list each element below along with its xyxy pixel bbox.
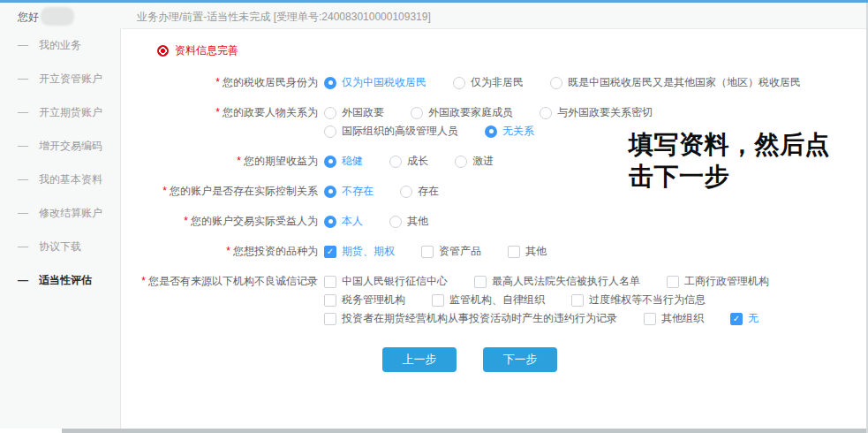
option-line: 不存在存在	[324, 182, 465, 201]
option-radio[interactable]: 仅为非居民	[453, 75, 524, 90]
option-checkbox[interactable]: 资管产品	[421, 244, 481, 259]
radio-checked-icon[interactable]	[324, 186, 336, 198]
checkbox-unchecked-icon[interactable]	[644, 313, 656, 325]
sidebar-item[interactable]: —我的基本资料	[0, 163, 120, 196]
checkbox-unchecked-icon[interactable]	[474, 276, 487, 288]
checkbox-unchecked-icon[interactable]	[508, 246, 520, 258]
radio-unchecked-icon[interactable]	[389, 216, 402, 228]
sidebar-item[interactable]: —修改结算账户	[0, 196, 120, 230]
option-checkbox[interactable]: 中国人民银行征信中心	[324, 274, 448, 289]
radio-unchecked-icon[interactable]	[400, 186, 412, 198]
horizontal-scrollbar[interactable]	[62, 429, 868, 433]
option-radio[interactable]: 仅为中国税收居民	[324, 75, 426, 90]
radio-checked-icon[interactable]	[324, 216, 336, 228]
option-radio[interactable]: 不存在	[324, 184, 374, 199]
radio-unchecked-icon[interactable]	[540, 107, 552, 119]
form-panel: 资料信息完善 *您的税收居民身份为仅为中国税收居民仅为非居民既是中国税收居民又是…	[122, 29, 866, 372]
sidebar-item[interactable]: —开立资管账户	[0, 62, 120, 95]
question-row: *您的账户交易实际受益人为本人其他	[122, 212, 866, 231]
sidebar-item-label: 协议下载	[39, 239, 81, 254]
option-label: 其他	[407, 214, 428, 229]
question-label: *您的账户是否存在实际控制关系	[122, 182, 318, 201]
radio-checked-icon[interactable]	[324, 77, 336, 89]
option-radio[interactable]: 无关系	[485, 124, 534, 139]
option-radio[interactable]: 国际组织的高级管理人员	[324, 124, 458, 139]
question-row: *您是否有来源以下机构不良诚信记录中国人民银行征信中心最高人民法院失信被执行人名…	[122, 272, 866, 328]
radio-checked-icon[interactable]	[324, 156, 336, 168]
checkbox-unchecked-icon[interactable]	[432, 294, 444, 307]
sidebar-item[interactable]: —增开交易编码	[0, 129, 120, 163]
option-line: 本人其他	[324, 212, 455, 231]
option-label: 既是中国税收居民又是其他国家（地区）税收居民	[568, 75, 801, 90]
option-label: 外国政要家庭成员	[428, 105, 513, 120]
option-checkbox[interactable]: 最高人民法院失信被执行人名单	[474, 274, 640, 289]
option-checkbox[interactable]: ✓期货、期权	[324, 244, 395, 259]
option-checkbox[interactable]: 其他组织	[644, 311, 704, 326]
checkbox-unchecked-icon[interactable]	[421, 246, 434, 258]
option-label: 最高人民法院失信被执行人名单	[492, 274, 640, 289]
option-label: 其他组织	[661, 311, 704, 326]
required-asterisk: *	[237, 155, 241, 167]
option-label: 监管机构、自律组织	[449, 292, 545, 308]
question-options: 外国政要外国政要家庭成员与外国政要关系密切国际组织的高级管理人员无关系	[324, 103, 679, 141]
option-line: 外国政要外国政要家庭成员与外国政要关系密切	[324, 103, 679, 122]
question-label: *您想投资的品种为	[122, 242, 318, 261]
option-radio[interactable]: 外国政要	[324, 105, 384, 120]
option-radio[interactable]: 其他	[389, 214, 428, 229]
option-checkbox[interactable]: ✓无	[730, 311, 759, 326]
option-label: 中国人民银行征信中心	[342, 274, 448, 289]
radio-unchecked-icon[interactable]	[455, 156, 467, 168]
sidebar-item[interactable]: —开立期货账户	[0, 95, 120, 129]
option-radio[interactable]: 稳健	[324, 154, 363, 169]
checkbox-unchecked-icon[interactable]	[324, 276, 336, 288]
sidebar-item[interactable]: —我的业务	[0, 28, 120, 62]
radio-checked-icon[interactable]	[485, 125, 497, 138]
sidebar-item[interactable]: —协议下载	[0, 230, 120, 263]
question-label: *您的政要人物关系为	[122, 103, 318, 141]
checkbox-checked-icon[interactable]: ✓	[730, 313, 743, 325]
option-radio[interactable]: 存在	[400, 184, 439, 199]
radio-unchecked-icon[interactable]	[389, 156, 402, 168]
form-questions: *您的税收居民身份为仅为中国税收居民仅为非居民既是中国税收居民又是其他国家（地区…	[122, 73, 866, 328]
question-options: 中国人民银行征信中心最高人民法院失信被执行人名单工商行政管理机构税务管理机构监管…	[324, 272, 796, 328]
option-line: 稳健成长激进	[324, 152, 520, 171]
radio-unchecked-icon[interactable]	[453, 77, 465, 89]
sidebar-item-label: 开立资管账户	[39, 72, 102, 87]
main-content: 资料信息完善 *您的税收居民身份为仅为中国税收居民仅为非居民既是中国税收居民又是…	[122, 28, 866, 429]
required-asterisk: *	[162, 185, 167, 197]
option-label: 其他	[525, 244, 547, 259]
option-label: 存在	[418, 184, 439, 199]
checkbox-unchecked-icon[interactable]	[571, 294, 584, 307]
checkbox-unchecked-icon[interactable]	[324, 313, 336, 325]
dash-icon: —	[18, 39, 28, 51]
option-checkbox[interactable]: 过度维权等不当行为信息	[571, 292, 706, 308]
option-radio[interactable]: 与外国政要关系密切	[540, 105, 653, 120]
radio-unchecked-icon[interactable]	[550, 77, 562, 89]
required-asterisk: *	[184, 215, 188, 227]
checkbox-unchecked-icon[interactable]	[324, 294, 336, 307]
option-radio[interactable]: 成长	[389, 154, 428, 169]
radio-unchecked-icon[interactable]	[411, 107, 423, 119]
checkbox-unchecked-icon[interactable]	[667, 276, 679, 288]
previous-step-button[interactable]: 上一步	[382, 347, 457, 372]
checkbox-checked-icon[interactable]: ✓	[324, 246, 336, 258]
dash-icon: —	[18, 106, 28, 118]
option-radio[interactable]: 激进	[455, 154, 494, 169]
option-checkbox[interactable]: 投资者在期货经营机构从事投资活动时产生的违约行为记录	[324, 311, 617, 326]
sidebar-item[interactable]: —适当性评估	[0, 263, 120, 297]
radio-unchecked-icon[interactable]	[324, 107, 336, 119]
radio-unchecked-icon[interactable]	[324, 125, 336, 138]
question-label: *您是否有来源以下机构不良诚信记录	[122, 272, 318, 328]
option-label: 仅为中国税收居民	[342, 75, 426, 90]
option-radio[interactable]: 既是中国税收居民又是其他国家（地区）税收居民	[550, 75, 801, 90]
option-radio[interactable]: 外国政要家庭成员	[411, 105, 513, 120]
option-checkbox[interactable]: 税务管理机构	[324, 292, 405, 308]
option-checkbox[interactable]: 其他	[508, 244, 547, 259]
next-step-button[interactable]: 下一步	[483, 347, 557, 372]
sidebar-item-label: 增开交易编码	[39, 139, 102, 154]
option-checkbox[interactable]: 工商行政管理机构	[667, 274, 769, 289]
question-options: 仅为中国税收居民仅为非居民既是中国税收居民又是其他国家（地区）税收居民	[324, 73, 827, 92]
handwritten-annotation: 填写资料，然后点击下一步	[629, 129, 844, 193]
option-radio[interactable]: 本人	[324, 214, 363, 229]
option-checkbox[interactable]: 监管机构、自律组织	[432, 292, 545, 308]
